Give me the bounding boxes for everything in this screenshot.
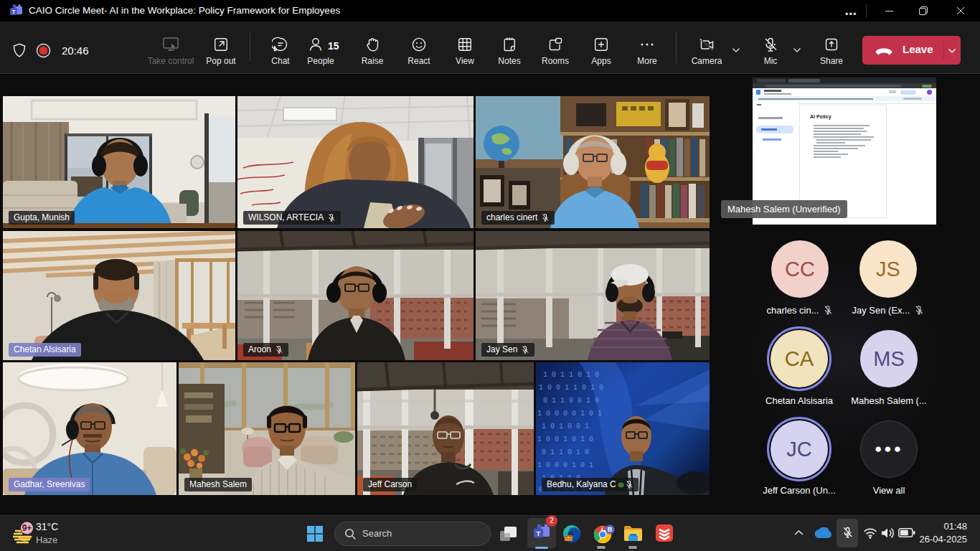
svg-text:1 0 0 1 1 0 1 0: 1 0 0 1 1 0 1 0 bbox=[539, 384, 603, 392]
svg-text:0 1 1 0 1 0: 0 1 1 0 1 0 bbox=[542, 448, 589, 456]
svg-text:1 0 1 1 0 1 0: 1 0 1 1 0 1 0 bbox=[543, 371, 599, 379]
svg-text:1 0 1 0 0 1: 1 0 1 0 0 1 bbox=[542, 423, 589, 430]
svg-text:9+: 9+ bbox=[22, 523, 32, 533]
svg-text:1 0 0 0 0 1 0 1: 1 0 0 0 0 1 0 1 bbox=[537, 410, 602, 418]
svg-text:T: T bbox=[12, 9, 16, 15]
svg-text:T: T bbox=[537, 529, 541, 537]
svg-text:1 0 0 0 1 0 1: 1 0 0 0 1 0 1 bbox=[537, 461, 593, 469]
svg-text:B: B bbox=[608, 526, 613, 533]
svg-text:1 0 0 1 0 1 0: 1 0 0 1 0 1 0 bbox=[537, 435, 593, 443]
svg-text:0 1 1 0 0 1 0: 0 1 1 0 0 1 0 bbox=[543, 397, 599, 405]
